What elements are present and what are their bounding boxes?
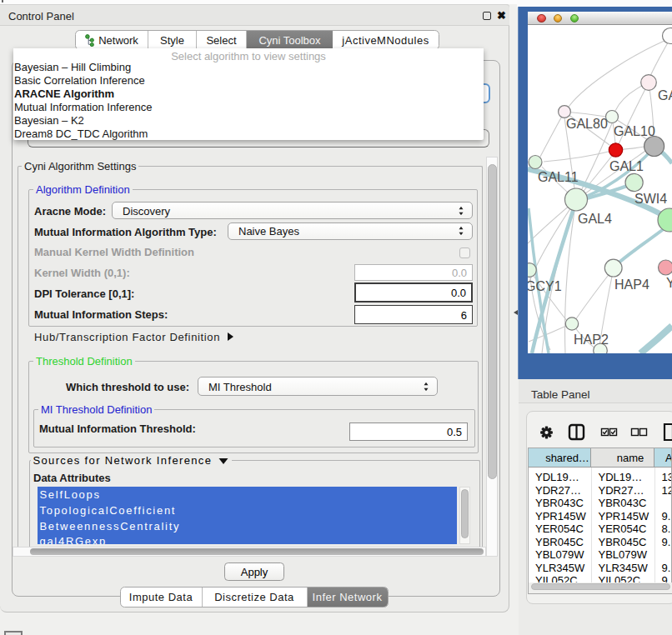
svg-text:GAL1: GAL1 bbox=[609, 159, 644, 173]
svg-text:Y: Y bbox=[666, 276, 672, 290]
svg-text:GAL11: GAL11 bbox=[538, 170, 579, 184]
svg-text:GAL: GAL bbox=[658, 88, 672, 102]
svg-text:SWI4: SWI4 bbox=[634, 192, 667, 206]
svg-text:GAL80: GAL80 bbox=[566, 117, 608, 131]
svg-text:HAP4: HAP4 bbox=[614, 278, 649, 292]
svg-text:GAL10: GAL10 bbox=[614, 124, 655, 138]
svg-text:HAP2: HAP2 bbox=[574, 332, 609, 347]
svg-text:GAL4: GAL4 bbox=[578, 212, 612, 226]
svg-text:GCY1: GCY1 bbox=[528, 279, 562, 293]
